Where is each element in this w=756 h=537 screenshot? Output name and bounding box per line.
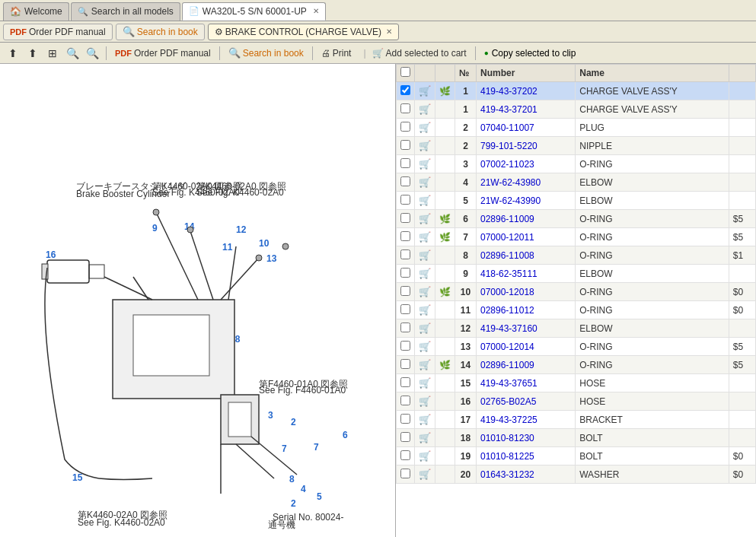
cart-item-icon[interactable]: 🛒 (419, 195, 431, 206)
cart-item-icon[interactable]: 🛒 (419, 140, 431, 151)
part-number[interactable]: 418-62-35111 (477, 265, 576, 283)
tree-cell[interactable]: 🌿 (435, 82, 455, 100)
part-number[interactable]: 21W-62-43990 (477, 192, 576, 210)
part-number-link[interactable]: 07040-11007 (480, 122, 534, 133)
row-checkbox[interactable] (400, 268, 410, 278)
part-number[interactable]: 02765-B02A5 (477, 392, 576, 411)
part-number-link[interactable]: 07000-12011 (480, 232, 534, 243)
nav-back-icon[interactable]: ⬆ (5, 45, 21, 62)
cart-cell[interactable]: 🛒 (415, 338, 435, 356)
part-number[interactable]: 419-43-37651 (477, 374, 576, 392)
tree-cell[interactable]: 🌿 (435, 228, 455, 246)
cart-item-icon[interactable]: 🛒 (419, 213, 431, 224)
part-number[interactable]: 419-43-37202 (477, 82, 576, 100)
cart-item-icon[interactable]: 🛒 (419, 432, 431, 443)
part-number[interactable]: 01643-31232 (477, 466, 576, 484)
header-check[interactable] (397, 65, 415, 82)
row-checkbox[interactable] (400, 450, 410, 460)
row-checkbox[interactable] (400, 213, 410, 223)
cart-cell[interactable]: 🛒 (415, 265, 435, 283)
cart-cell[interactable]: 🛒 (415, 466, 435, 484)
row-checkbox[interactable] (400, 286, 410, 296)
part-number-link[interactable]: 02896-11009 (480, 360, 534, 370)
row-checkbox[interactable] (400, 323, 410, 332)
cart-cell[interactable]: 🛒 (415, 100, 435, 119)
cart-cell[interactable]: 🛒 (415, 392, 435, 411)
nav-up-icon[interactable]: ⬆ (24, 45, 41, 62)
print-link[interactable]: 🖨 Print (318, 46, 355, 60)
diagram-container[interactable]: ブレーキブースタシリンダ Brake Booster Cylinder 第K44… (0, 64, 396, 537)
cart-item-icon[interactable]: 🛒 (419, 85, 431, 97)
cart-cell[interactable]: 🛒 (415, 411, 435, 429)
cart-cell[interactable]: 🛒 (415, 447, 435, 466)
part-number-link[interactable]: 419-43-37201 (480, 104, 537, 115)
search-in-book-link[interactable]: 🔍 Search in book (225, 46, 307, 60)
part-number[interactable]: 07000-12014 (477, 338, 576, 356)
cart-item-icon[interactable]: 🛒 (419, 359, 431, 370)
cart-cell[interactable]: 🛒 (415, 173, 435, 192)
row-checkbox[interactable] (400, 195, 410, 205)
tab-search-all[interactable]: 🔍 Search in all models (71, 2, 180, 21)
tree-icon[interactable]: 🌿 (439, 214, 451, 224)
cart-cell[interactable]: 🛒 (415, 82, 435, 100)
cart-cell[interactable]: 🛒 (415, 246, 435, 265)
cart-item-icon[interactable]: 🛒 (419, 158, 431, 170)
row-checkbox[interactable] (400, 140, 410, 150)
cart-cell[interactable]: 🛒 (415, 228, 435, 246)
cart-cell[interactable]: 🛒 (415, 155, 435, 173)
tree-cell[interactable]: 🌿 (435, 283, 455, 301)
tree-icon[interactable]: 🌿 (439, 360, 451, 370)
part-number[interactable]: 07000-12018 (477, 283, 576, 301)
zoom-out-icon[interactable]: 🔍 (84, 45, 100, 62)
cart-item-icon[interactable]: 🛒 (419, 122, 431, 133)
row-checkbox[interactable] (400, 158, 410, 168)
part-number-link[interactable]: 01010-81230 (480, 433, 534, 443)
row-checkbox[interactable] (400, 396, 410, 405)
table-scroll[interactable]: № Number Name 🛒🌿1419-43-37202CHARGE VALV… (396, 64, 756, 537)
cart-cell[interactable]: 🛒 (415, 137, 435, 155)
row-checkbox[interactable] (400, 122, 410, 132)
part-number[interactable]: 419-43-37225 (477, 411, 576, 429)
cart-cell[interactable]: 🛒 (415, 210, 435, 228)
part-number[interactable]: 02896-11009 (477, 356, 576, 374)
part-number-link[interactable]: 21W-62-43980 (480, 177, 541, 188)
part-number[interactable]: 07002-11023 (477, 155, 576, 173)
cart-item-icon[interactable]: 🛒 (419, 341, 431, 352)
cart-item-icon[interactable]: 🛒 (419, 268, 431, 279)
tree-cell[interactable]: 🌿 (435, 210, 455, 228)
part-number-link[interactable]: 419-43-37225 (480, 415, 537, 425)
cart-item-icon[interactable]: 🛒 (419, 450, 431, 462)
part-number[interactable]: 02896-11008 (477, 246, 576, 265)
nav-expand-icon[interactable]: ⊞ (44, 45, 61, 62)
row-checkbox[interactable] (400, 231, 410, 241)
part-number-link[interactable]: 02896-11012 (480, 305, 534, 316)
row-checkbox[interactable] (400, 304, 410, 314)
cart-item-icon[interactable]: 🛒 (419, 231, 431, 243)
cart-item-icon[interactable]: 🛒 (419, 414, 431, 425)
brake-control-close[interactable]: ✕ (386, 27, 392, 36)
part-number-link[interactable]: 07002-11023 (480, 159, 534, 170)
cart-item-icon[interactable]: 🛒 (419, 377, 431, 389)
row-checkbox[interactable] (400, 359, 410, 369)
part-number[interactable]: 419-43-37201 (477, 100, 576, 119)
part-number-link[interactable]: 07000-12018 (480, 287, 534, 297)
part-number[interactable]: 21W-62-43980 (477, 173, 576, 192)
tab-wa320[interactable]: 📄 WA320L-5 S/N 60001-UP ✕ (182, 2, 326, 21)
part-number-link[interactable]: 01643-31232 (480, 469, 534, 480)
brake-control-btn[interactable]: ⚙ BRAKE CONTROL (CHARGE VALVE) ✕ (208, 24, 399, 40)
cart-item-icon[interactable]: 🛒 (419, 304, 431, 316)
add-to-cart-btn[interactable]: 🛒 Add selected to cart (369, 46, 470, 60)
cart-item-icon[interactable]: 🛒 (419, 286, 431, 297)
part-number-link[interactable]: 02896-11009 (480, 214, 534, 224)
part-number[interactable]: 07000-12011 (477, 228, 576, 246)
row-checkbox[interactable] (400, 432, 410, 442)
tree-cell[interactable]: 🌿 (435, 356, 455, 374)
part-number-link[interactable]: 21W-62-43990 (480, 195, 541, 206)
search-in-book-btn[interactable]: 🔍 Search in book (116, 24, 205, 40)
cart-cell[interactable]: 🛒 (415, 119, 435, 137)
part-number-link[interactable]: 02896-11008 (480, 250, 534, 261)
cart-cell[interactable]: 🛒 (415, 319, 435, 338)
cart-cell[interactable]: 🛒 (415, 374, 435, 392)
cart-item-icon[interactable]: 🛒 (419, 469, 431, 480)
cart-item-icon[interactable]: 🛒 (419, 176, 431, 188)
